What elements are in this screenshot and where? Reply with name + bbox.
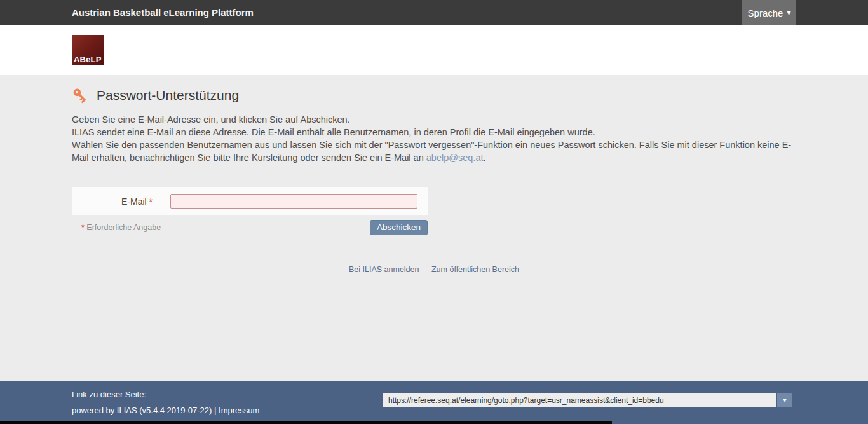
permalink-group: ▾ (383, 393, 792, 407)
page-title: Passwort-Unterstützung (97, 88, 239, 103)
abelp-logo[interactable]: ABeLP (72, 35, 104, 65)
email-field[interactable] (170, 194, 417, 209)
submit-button[interactable]: Abschicken (370, 220, 428, 235)
separator: | (214, 406, 216, 415)
email-label: E-Mail * (72, 196, 153, 207)
topbar: Austrian Basketball eLearning Plattform … (0, 0, 868, 25)
logo-text: ABeLP (72, 53, 104, 65)
heading-row: Passwort-Unterstützung (72, 85, 796, 106)
permalink-dropdown-button[interactable]: ▾ (777, 393, 792, 407)
password-assist-form: E-Mail * * Erforderliche Angabe Abschick… (72, 187, 428, 235)
email-form-row: E-Mail * (72, 187, 428, 215)
intro-text: Geben Sie eine E-Mail-Adresse ein, und k… (72, 113, 796, 164)
caret-down-icon: ▾ (783, 397, 787, 404)
support-email-link[interactable]: abelp@seq.at (426, 153, 484, 163)
page: Austrian Basketball eLearning Plattform … (0, 0, 868, 424)
required-asterisk: * (149, 196, 153, 207)
language-dropdown[interactable]: Sprache ▾ (742, 0, 796, 25)
impressum-link[interactable]: Impressum (219, 406, 259, 415)
form-footer: * Erforderliche Angabe Abschicken (72, 219, 428, 235)
language-label: Sprache (748, 8, 783, 18)
bottom-strip (0, 421, 612, 424)
intro-line-1: Geben Sie eine E-Mail-Adresse ein, und k… (72, 113, 796, 126)
intro-line-2: ILIAS sendet eine E-Mail an diese Adress… (72, 126, 796, 139)
intro-line-3: Wählen Sie den passenden Benutzernamen a… (72, 139, 796, 164)
app-title: Austrian Basketball eLearning Plattform (72, 0, 254, 25)
caret-down-icon: ▾ (787, 9, 790, 17)
required-note: * Erforderliche Angabe (72, 223, 161, 232)
page-header: ABeLP (0, 25, 868, 75)
footer: Link zu dieser Seite: powered by ILIAS (… (0, 381, 868, 424)
main-content: Passwort-Unterstützung Geben Sie eine E-… (0, 75, 868, 381)
public-area-link[interactable]: Zum öffentlichen Bereich (431, 265, 519, 274)
ilias-login-link[interactable]: Bei ILIAS anmelden (349, 265, 419, 274)
permalink-input[interactable] (383, 393, 776, 407)
required-asterisk: * (81, 223, 85, 232)
permalink-label: Link zu dieser Seite: (72, 390, 146, 399)
key-icon (72, 87, 88, 104)
bottom-links: Bei ILIAS anmelden Zum öffentlichen Bere… (72, 265, 796, 274)
powered-by: powered by ILIAS (v5.4.4 2019-07-22) | I… (72, 406, 259, 415)
